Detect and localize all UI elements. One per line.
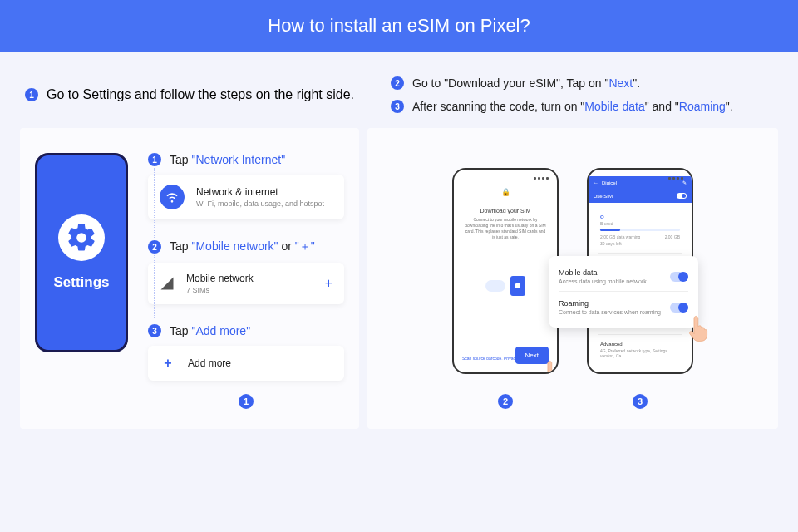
back-icon[interactable]: ← — [594, 180, 598, 185]
roaming-sub: Connect to data services when roaming — [559, 309, 661, 315]
phone-3-column: ← Digicel ✎ Use SIM O B used 2.00 GB dat… — [587, 168, 693, 409]
panel-footer-badge-1: 1 — [239, 394, 254, 409]
roaming-row[interactable]: Roaming Connect to data services when ro… — [559, 295, 688, 319]
phone-download-sim: 🔒 Download your SIM Connect to your mobi… — [452, 168, 559, 374]
cloud-icon — [485, 280, 505, 292]
instruction-3: 3 After scanning the code, turn on "Mobi… — [391, 100, 773, 113]
badge-1: 1 — [25, 88, 38, 101]
plus-icon: + — [160, 356, 176, 371]
signal-icon — [160, 276, 175, 291]
settings-label: Settings — [53, 274, 109, 291]
instructions-right: 2 Go to "Download your eSIM", Tap on "Ne… — [391, 76, 773, 113]
substep-badge-2: 2 — [148, 240, 161, 254]
card-sub: Wi-Fi, mobile, data usage, and hotspot — [196, 200, 332, 208]
settings-phone-wrap: Settings — [35, 153, 128, 409]
steps-column: 1 Tap "Network Internet" Network & inter… — [148, 153, 344, 409]
panel-footer-badge-3: 3 — [633, 394, 648, 409]
carrier-name: Digicel — [602, 180, 617, 185]
accent-next: Next — [608, 76, 633, 90]
plus-icon[interactable]: + — [325, 276, 332, 291]
substep-badge-3: 3 — [148, 324, 161, 337]
panel-steps-2-3: 🔒 Download your SIM Connect to your mobi… — [367, 128, 778, 429]
header-title: How to install an eSIM on Pixel? — [268, 15, 530, 36]
card-sub: 7 SIMs — [186, 286, 313, 294]
phone-2-column: 🔒 Download your SIM Connect to your mobi… — [452, 168, 559, 409]
sim-card-icon — [510, 276, 525, 296]
roaming-toggle[interactable] — [670, 303, 688, 313]
download-sub: Connect to your mobile network by downlo… — [464, 217, 547, 240]
mobile-data-row[interactable]: Mobile data Access data using mobile net… — [559, 264, 688, 292]
instruction-1: 1 Go to Settings and follow the steps on… — [25, 76, 357, 113]
mobile-data-title: Mobile data — [559, 268, 647, 277]
download-title: Download your SIM — [464, 208, 547, 214]
substep-3: 3 Tap "Add more" + Add more — [148, 324, 344, 381]
status-bar — [459, 175, 552, 181]
panel-step-1: Settings 1 Tap "Network Internet" Networ… — [20, 128, 359, 429]
badge-2: 2 — [391, 76, 404, 90]
substep-badge-1: 1 — [148, 153, 161, 166]
mobile-data-sub: Access data using mobile network — [559, 278, 647, 284]
edit-icon[interactable]: ✎ — [682, 180, 687, 185]
roaming-title: Roaming — [559, 299, 661, 308]
settings-phone: Settings — [35, 153, 128, 352]
gear-icon — [58, 214, 105, 261]
card-title: Add more — [188, 357, 332, 369]
substep-2: 2 Tap "Mobile network" or "＋" Mobile net… — [148, 239, 344, 304]
card-mobile-network[interactable]: Mobile network 7 SIMs + — [148, 263, 344, 304]
use-sim-toggle[interactable] — [677, 193, 687, 199]
accent-mobile-data: Mobile data — [584, 100, 644, 113]
wifi-icon — [160, 185, 185, 209]
use-sim-row[interactable]: Use SIM — [589, 189, 692, 203]
accent-roaming: Roaming — [679, 100, 726, 113]
instructions-row: 1 Go to Settings and follow the steps on… — [0, 52, 798, 128]
lock-icon: 🔒 — [464, 188, 547, 196]
substep-1: 1 Tap "Network Internet" Network & inter… — [148, 153, 344, 219]
card-title: Mobile network — [186, 273, 313, 284]
panels-row: Settings 1 Tap "Network Internet" Networ… — [0, 128, 798, 429]
next-button[interactable]: Next — [515, 347, 549, 364]
page-header: How to install an eSIM on Pixel? — [0, 0, 798, 52]
toggle-overlay-card: Mobile data Access data using mobile net… — [549, 256, 698, 328]
badge-3: 3 — [391, 100, 404, 113]
mobile-data-toggle[interactable] — [670, 272, 688, 282]
panel-footer-badge-2: 2 — [498, 394, 513, 409]
card-add-more[interactable]: + Add more — [148, 346, 344, 381]
cloud-illustration — [464, 257, 547, 315]
instruction-2: 2 Go to "Download your eSIM", Tap on "Ne… — [391, 76, 773, 90]
card-network-internet[interactable]: Network & internet Wi-Fi, mobile, data u… — [148, 175, 344, 219]
card-title: Network & internet — [196, 186, 332, 198]
instruction-1-text: Go to Settings and follow the steps on t… — [47, 87, 354, 102]
